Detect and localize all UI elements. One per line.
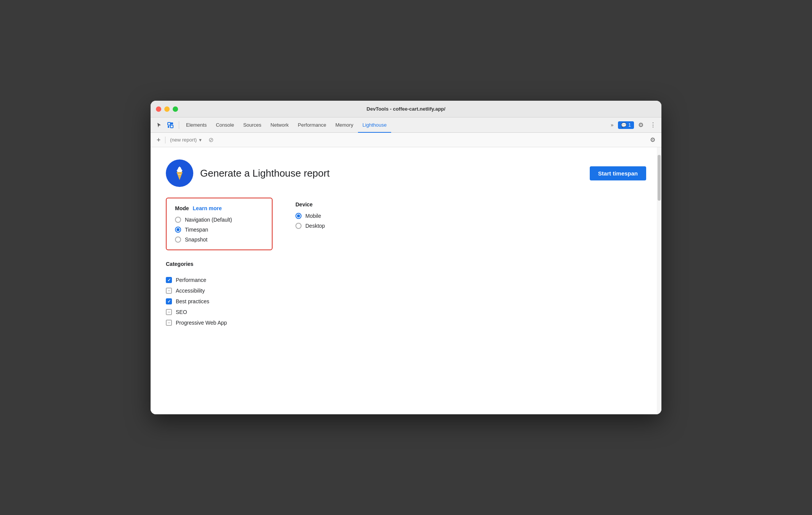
device-mobile-label: Mobile xyxy=(305,213,321,219)
mode-snapshot-radio[interactable] xyxy=(175,237,181,243)
devtools-tabs: Elements Console Sources Network Perform… xyxy=(151,117,661,133)
mode-navigation-radio[interactable] xyxy=(175,217,181,223)
mode-device-row: Mode Learn more Navigation (Default) Tim… xyxy=(166,198,646,250)
device-desktop-label: Desktop xyxy=(305,223,325,229)
tab-sources[interactable]: Sources xyxy=(239,117,266,133)
categories-section: Categories ✓ Performance − Accessibility… xyxy=(166,261,646,326)
header-left: Generate a Lighthouse report xyxy=(166,159,330,187)
categories-title: Categories xyxy=(166,261,646,267)
report-dropdown[interactable]: (new report) ▼ xyxy=(168,136,205,144)
category-pwa-checkbox[interactable]: − xyxy=(166,320,172,326)
device-desktop-radio[interactable] xyxy=(295,223,302,229)
toolbar-settings-icon[interactable]: ⚙ xyxy=(648,135,658,145)
device-desktop-option[interactable]: Desktop xyxy=(295,223,325,229)
main-content: Generate a Lighthouse report Start times… xyxy=(151,147,661,414)
svg-rect-6 xyxy=(177,171,182,172)
title-bar: DevTools - coffee-cart.netlify.app/ xyxy=(151,101,661,117)
tab-performance[interactable]: Performance xyxy=(293,117,331,133)
category-best-practices-option[interactable]: ✓ Best practices xyxy=(166,298,646,304)
mode-snapshot-option[interactable]: Snapshot xyxy=(175,237,263,243)
category-seo-checkbox[interactable]: − xyxy=(166,309,172,315)
device-section: Device Mobile Desktop xyxy=(295,198,325,233)
category-best-practices-checkbox[interactable]: ✓ xyxy=(166,298,172,304)
window-title: DevTools - coffee-cart.netlify.app/ xyxy=(367,106,446,112)
mode-section: Mode Learn more Navigation (Default) Tim… xyxy=(166,198,273,250)
cancel-report-button[interactable]: ⊘ xyxy=(207,136,215,144)
badge-count: 1 xyxy=(628,122,631,128)
page-title: Generate a Lighthouse report xyxy=(200,167,330,179)
dash-icon: − xyxy=(167,310,170,314)
mode-snapshot-label: Snapshot xyxy=(185,237,207,243)
scrollbar-track[interactable] xyxy=(657,147,661,414)
svg-point-9 xyxy=(178,167,181,170)
more-tabs-button[interactable]: » xyxy=(608,120,616,130)
dash-icon: − xyxy=(167,320,170,325)
checkmark-icon: ✓ xyxy=(167,299,171,304)
minimize-button[interactable] xyxy=(164,106,170,112)
header-row: Generate a Lighthouse report Start times… xyxy=(166,159,646,187)
start-timespan-button[interactable]: Start timespan xyxy=(590,166,646,180)
mode-timespan-radio-dot xyxy=(177,228,180,231)
category-accessibility-label: Accessibility xyxy=(176,288,205,294)
category-best-practices-label: Best practices xyxy=(176,298,209,304)
traffic-lights xyxy=(156,106,178,112)
device-mobile-radio-dot xyxy=(297,214,300,217)
category-performance-checkbox[interactable]: ✓ xyxy=(166,277,172,283)
svg-rect-3 xyxy=(170,125,173,128)
category-performance-label: Performance xyxy=(176,277,206,283)
mode-timespan-radio[interactable] xyxy=(175,227,181,233)
mode-navigation-label: Navigation (Default) xyxy=(185,217,232,223)
dash-icon: − xyxy=(167,288,170,293)
category-accessibility-option[interactable]: − Accessibility xyxy=(166,288,646,294)
svg-rect-1 xyxy=(168,126,169,128)
mode-navigation-option[interactable]: Navigation (Default) xyxy=(175,217,263,223)
tab-memory[interactable]: Memory xyxy=(331,117,358,133)
cursor-icon[interactable] xyxy=(154,120,164,130)
device-title: Device xyxy=(295,201,325,208)
toolbar-divider xyxy=(165,137,165,143)
devtools-window: DevTools - coffee-cart.netlify.app/ Elem… xyxy=(151,101,661,414)
svg-rect-8 xyxy=(178,174,181,175)
svg-rect-2 xyxy=(170,122,173,124)
console-badge-button[interactable]: 💬 1 xyxy=(618,121,634,129)
device-mobile-radio[interactable] xyxy=(295,213,302,219)
tab-network[interactable]: Network xyxy=(266,117,294,133)
inspector-icon[interactable] xyxy=(165,120,176,130)
tab-console[interactable]: Console xyxy=(211,117,239,133)
category-seo-label: SEO xyxy=(176,309,187,315)
add-report-button[interactable]: + xyxy=(154,136,163,144)
tab-divider xyxy=(179,121,179,129)
svg-rect-0 xyxy=(168,122,170,125)
lighthouse-logo xyxy=(166,159,193,187)
category-accessibility-checkbox[interactable]: − xyxy=(166,288,172,294)
more-menu-icon[interactable]: ⋮ xyxy=(648,120,658,130)
settings-icon[interactable]: ⚙ xyxy=(635,120,646,130)
mode-title: Mode xyxy=(175,205,189,211)
mode-timespan-option[interactable]: Timespan xyxy=(175,227,263,233)
tab-lighthouse[interactable]: Lighthouse xyxy=(358,117,392,133)
checkmark-icon: ✓ xyxy=(167,278,171,282)
category-seo-option[interactable]: − SEO xyxy=(166,309,646,315)
tabs-right: » 💬 1 ⚙ ⋮ xyxy=(608,120,658,130)
device-mobile-option[interactable]: Mobile xyxy=(295,213,325,219)
chevron-down-icon: ▼ xyxy=(198,138,202,142)
chat-icon: 💬 xyxy=(621,122,627,128)
report-name: (new report) xyxy=(170,137,197,143)
tab-elements[interactable]: Elements xyxy=(181,117,211,133)
close-button[interactable] xyxy=(156,106,161,112)
maximize-button[interactable] xyxy=(173,106,178,112)
category-performance-option[interactable]: ✓ Performance xyxy=(166,277,646,283)
scrollbar-thumb[interactable] xyxy=(658,155,661,201)
toolbar: + (new report) ▼ ⊘ ⚙ xyxy=(151,133,661,147)
learn-more-link[interactable]: Learn more xyxy=(193,205,222,211)
category-pwa-label: Progressive Web App xyxy=(176,320,227,326)
mode-timespan-label: Timespan xyxy=(185,227,208,233)
category-pwa-option[interactable]: − Progressive Web App xyxy=(166,320,646,326)
